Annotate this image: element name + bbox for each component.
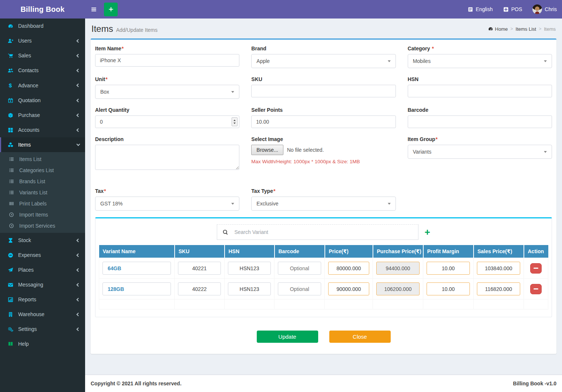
sidebar-item-import-services[interactable]: Import Services bbox=[0, 220, 85, 231]
grid-icon bbox=[7, 127, 14, 133]
sidebar-item-advance[interactable]: $ Advance bbox=[0, 78, 85, 93]
variant-price-input[interactable] bbox=[328, 282, 369, 295]
stepper-up-icon bbox=[233, 120, 236, 121]
sidebar-item-items[interactable]: Items bbox=[0, 137, 85, 152]
seller-points-input[interactable] bbox=[251, 115, 396, 128]
variant-name-input[interactable] bbox=[102, 282, 171, 295]
sidebar-item-purchase[interactable]: Purchase bbox=[0, 108, 85, 123]
sidebar-item-places[interactable]: Places bbox=[0, 262, 85, 277]
unit-label: Unit* bbox=[95, 76, 239, 82]
sidebar-item-label: Import Items bbox=[19, 212, 48, 218]
top-header: Billing Book English POS Chris bbox=[0, 0, 562, 19]
breadcrumb-items-list[interactable]: Items List bbox=[516, 26, 536, 32]
variant-barcode-input[interactable] bbox=[278, 282, 321, 295]
sidebar-item-sales[interactable]: Sales bbox=[0, 48, 85, 63]
user-menu[interactable]: Chris bbox=[527, 4, 562, 14]
sidebar-item-brands-list[interactable]: Brands List bbox=[0, 176, 85, 187]
sidebar-item-label: Settings bbox=[18, 326, 37, 332]
sidebar-item-reports[interactable]: Reports bbox=[0, 292, 85, 307]
variant-barcode-input[interactable] bbox=[278, 262, 321, 275]
language-selector[interactable]: English bbox=[462, 4, 498, 14]
close-button[interactable]: Close bbox=[329, 331, 391, 343]
hsn-input[interactable] bbox=[408, 85, 552, 97]
variant-name-input[interactable] bbox=[102, 262, 171, 275]
col-hsn: HSN bbox=[225, 245, 275, 258]
sidebar-item-label: Accounts bbox=[18, 127, 40, 133]
version-text: Billing Book -v1.0 bbox=[513, 381, 556, 386]
variant-profit-margin-input[interactable] bbox=[427, 262, 470, 275]
sidebar-item-categories-list[interactable]: Categories List bbox=[0, 165, 85, 176]
sidebar-item-accounts[interactable]: Accounts bbox=[0, 123, 85, 137]
dashboard-icon bbox=[7, 23, 14, 29]
alert-quantity-label: Alert Quantity bbox=[95, 107, 239, 113]
sidebar-item-label: Brands List bbox=[19, 178, 45, 184]
sku-input[interactable] bbox=[251, 85, 396, 97]
barcode-icon bbox=[8, 201, 15, 206]
sku-label: SKU bbox=[251, 76, 396, 82]
breadcrumb-current: Items bbox=[544, 26, 556, 32]
chevron-left-icon bbox=[77, 128, 80, 132]
variant-price-input[interactable] bbox=[328, 262, 369, 275]
chevron-left-icon bbox=[77, 312, 80, 316]
item-name-input[interactable] bbox=[95, 54, 239, 67]
variant-profit-margin-input[interactable] bbox=[427, 282, 470, 295]
sidebar-item-label: Users bbox=[18, 38, 32, 44]
import-icon bbox=[8, 212, 15, 217]
quantity-stepper[interactable] bbox=[232, 117, 238, 126]
brand-select[interactable]: Apple bbox=[251, 54, 396, 68]
barcode-input[interactable] bbox=[408, 115, 552, 128]
sidebar-item-variants-list[interactable]: Variants List bbox=[0, 187, 85, 198]
sidebar-item-stock[interactable]: Stock bbox=[0, 233, 85, 248]
tax-select[interactable]: GST 18% bbox=[95, 197, 239, 211]
tax-type-select[interactable]: Exclusive bbox=[251, 197, 396, 211]
app-logo[interactable]: Billing Book bbox=[0, 0, 85, 19]
description-textarea[interactable] bbox=[95, 145, 239, 170]
update-button[interactable]: Update bbox=[257, 331, 318, 343]
sidebar-toggle-button[interactable] bbox=[85, 0, 102, 19]
sidebar-item-quotation[interactable]: Quotation bbox=[0, 93, 85, 108]
language-label: English bbox=[476, 6, 493, 12]
remove-variant-button[interactable] bbox=[530, 284, 542, 294]
unit-select[interactable]: Box bbox=[95, 85, 239, 99]
sidebar-item-help[interactable]: Help bbox=[0, 336, 85, 351]
gears-icon bbox=[7, 326, 14, 332]
item-group-label: Item Group* bbox=[408, 136, 552, 142]
variant-sku-input[interactable] bbox=[178, 282, 221, 295]
variant-sales-price-input[interactable] bbox=[477, 282, 520, 295]
add-variant-button[interactable]: + bbox=[424, 227, 430, 237]
cube-icon bbox=[7, 113, 14, 118]
breadcrumb-home[interactable]: Home bbox=[488, 26, 508, 32]
envelope-icon bbox=[7, 282, 14, 288]
remove-variant-button[interactable] bbox=[530, 263, 542, 274]
quick-add-button[interactable] bbox=[104, 3, 118, 16]
sidebar-item-expenses[interactable]: Expenses bbox=[0, 248, 85, 262]
pos-button[interactable]: POS bbox=[498, 4, 528, 14]
variant-hsn-input[interactable] bbox=[228, 282, 271, 295]
variant-search-input[interactable] bbox=[234, 229, 413, 235]
item-group-select[interactable]: Variants bbox=[408, 145, 552, 159]
variant-hsn-input[interactable] bbox=[228, 262, 271, 275]
sidebar-item-print-labels[interactable]: Print Labels bbox=[0, 198, 85, 209]
image-size-note: Max Width/Height: 1000px * 1000px & Size… bbox=[251, 159, 396, 164]
sidebar-item-warehouse[interactable]: Warehouse bbox=[0, 307, 85, 322]
sidebar-item-dashboard[interactable]: Dashboard bbox=[0, 19, 85, 33]
item-form-card: Item Name* Brand Apple Category * Mobile… bbox=[91, 38, 556, 354]
breadcrumb-separator bbox=[511, 26, 513, 31]
sidebar-item-items-list[interactable]: Items List bbox=[0, 154, 85, 165]
user-avatar bbox=[532, 4, 542, 14]
sidebar-item-import-items[interactable]: Import Items bbox=[0, 209, 85, 220]
chevron-left-icon bbox=[77, 113, 80, 117]
plus-icon bbox=[108, 6, 114, 12]
variant-sku-input[interactable] bbox=[178, 262, 221, 275]
category-select[interactable]: Mobiles bbox=[408, 54, 552, 68]
sidebar-item-label: Stock bbox=[18, 237, 31, 243]
sidebar-item-users[interactable]: Users bbox=[0, 33, 85, 48]
sidebar-item-settings[interactable]: Settings bbox=[0, 322, 85, 336]
variant-sales-price-input[interactable] bbox=[477, 262, 520, 275]
alert-quantity-input[interactable] bbox=[95, 115, 239, 128]
chevron-left-icon bbox=[77, 253, 80, 257]
description-label: Description bbox=[95, 136, 239, 142]
sidebar-item-messaging[interactable]: Messaging bbox=[0, 277, 85, 292]
browse-button[interactable]: Browse... bbox=[251, 145, 283, 155]
sidebar-item-contacts[interactable]: Contacts bbox=[0, 63, 85, 78]
